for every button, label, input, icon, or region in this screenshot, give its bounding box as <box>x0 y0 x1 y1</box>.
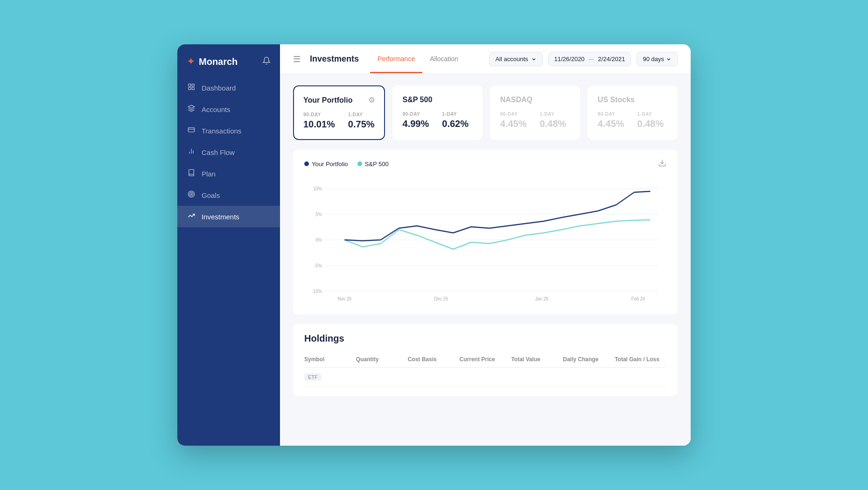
gear-icon[interactable]: ⚙ <box>368 96 375 105</box>
chart-card: Your Portfolio S&P 500 <box>293 149 678 315</box>
card-portfolio-title: Your Portfolio ⚙ <box>303 96 375 105</box>
cashflow-icon <box>187 147 196 157</box>
sidebar: ✦ Monarch Dashboard <box>177 44 280 446</box>
sp500-line <box>344 220 650 249</box>
card-nasdaq-title: NASDAQ <box>500 96 570 104</box>
sidebar-item-cashflow[interactable]: Cash Flow <box>177 141 280 163</box>
sidebar-item-plan[interactable]: Plan <box>177 163 280 184</box>
plan-icon <box>187 169 196 178</box>
svg-text:5%: 5% <box>315 211 322 217</box>
logo-text: Monarch <box>199 56 238 67</box>
col-totalgainloss: Total Gain / Loss <box>615 356 666 363</box>
transactions-label: Transactions <box>202 127 241 135</box>
legend-sp500: S&P 500 <box>357 161 389 168</box>
portfolio-line <box>344 191 650 241</box>
sidebar-item-dashboard[interactable]: Dashboard <box>177 77 280 98</box>
metric-1day-sp500: 1-DAY 0.62% <box>442 112 469 129</box>
card-nasdaq[interactable]: NASDAQ 90-DAY 4.45% 1-DAY 0.48% <box>490 85 580 140</box>
card-usstocks[interactable]: US Stocks 90-DAY 4.45% 1-DAY 0.48% <box>588 85 678 140</box>
sidebar-item-investments[interactable]: Investments <box>177 206 280 227</box>
legend-portfolio: Your Portfolio <box>304 161 348 168</box>
metric-1day-nasdaq: 1-DAY 0.48% <box>539 112 566 129</box>
transactions-icon <box>187 126 196 135</box>
sidebar-item-transactions[interactable]: Transactions <box>177 120 280 141</box>
chart-legend: Your Portfolio S&P 500 <box>304 159 666 169</box>
etf-badge: ETF <box>304 373 322 381</box>
svg-point-11 <box>191 194 192 195</box>
svg-text:-10%: -10% <box>312 288 322 294</box>
bell-icon[interactable] <box>262 56 271 67</box>
card-nasdaq-metrics: 90-DAY 4.45% 1-DAY 0.48% <box>500 112 570 129</box>
metric-90day-usstocks: 90-DAY 4.45% <box>598 112 624 129</box>
accounts-label: Accounts <box>202 105 231 113</box>
holdings-title: Holdings <box>304 333 666 344</box>
col-totalvalue: Total Value <box>511 356 563 363</box>
svg-text:-5%: -5% <box>314 263 322 268</box>
col-costbasis: Cost Basis <box>408 356 460 363</box>
date-range: 11/26/2020 — 2/24/2021 <box>548 52 631 66</box>
col-currentprice: Current Price <box>460 356 511 363</box>
svg-text:0%: 0% <box>315 237 322 243</box>
svg-rect-3 <box>189 87 191 90</box>
card-usstocks-metrics: 90-DAY 4.45% 1-DAY 0.48% <box>598 112 667 129</box>
metric-1day-usstocks: 1-DAY 0.48% <box>637 112 664 129</box>
col-dailychange: Daily Change <box>563 356 615 363</box>
main-area: ☰ Investments Performance Allocation All… <box>280 44 691 446</box>
date-dash: — <box>588 56 595 63</box>
browser-window: ✦ Monarch Dashboard <box>177 44 691 446</box>
cell-symbol: ETF <box>304 373 356 381</box>
page-title: Investments <box>310 54 359 64</box>
svg-text:Nov 26: Nov 26 <box>337 296 351 301</box>
performance-chart: 10% 5% 0% -5% -10% Nov 26 Dec 26 Jan 26 … <box>304 175 666 305</box>
col-quantity: Quantity <box>356 356 408 363</box>
date-start: 11/26/2020 <box>554 56 585 63</box>
investments-icon <box>187 212 196 221</box>
table-header: Symbol Quantity Cost Basis Current Price… <box>304 351 666 368</box>
sidebar-item-goals[interactable]: Goals <box>177 184 280 206</box>
sidebar-header: ✦ Monarch <box>177 44 280 77</box>
accounts-icon <box>187 105 196 114</box>
logo: ✦ Monarch <box>187 56 238 68</box>
logo-icon: ✦ <box>187 56 195 68</box>
svg-rect-0 <box>189 84 191 86</box>
holdings-section: Holdings Symbol Quantity Cost Basis Curr… <box>293 324 678 396</box>
download-icon[interactable] <box>658 159 666 169</box>
svg-text:Feb 24: Feb 24 <box>631 296 645 301</box>
svg-point-10 <box>189 192 193 196</box>
svg-rect-2 <box>192 87 194 90</box>
tab-allocation[interactable]: Allocation <box>422 46 466 73</box>
cell-dailychange <box>563 373 615 381</box>
cell-totalgainloss <box>615 373 666 381</box>
legend-dot-sp500 <box>357 161 362 166</box>
goals-icon <box>187 190 196 200</box>
days-dropdown[interactable]: 90 days <box>637 52 678 66</box>
sidebar-item-accounts[interactable]: Accounts <box>177 98 280 120</box>
svg-rect-1 <box>192 84 194 86</box>
svg-text:Jan 26: Jan 26 <box>535 296 548 301</box>
svg-rect-4 <box>188 127 194 132</box>
cards-row: Your Portfolio ⚙ 90-DAY 10.01% 1-DAY 0.7… <box>293 85 678 140</box>
tab-performance[interactable]: Performance <box>370 46 422 73</box>
card-sp500-metrics: 90-DAY 4.99% 1-DAY 0.62% <box>403 112 472 129</box>
legend-dot-portfolio <box>304 161 309 166</box>
topbar-right: All accounts 11/26/2020 — 2/24/2021 90 d… <box>489 52 678 66</box>
metric-90day-portfolio: 90-DAY 10.01% <box>303 112 335 130</box>
metric-90day-nasdaq: 90-DAY 4.45% <box>500 112 527 129</box>
dashboard-icon <box>187 83 196 92</box>
cell-quantity <box>356 373 408 381</box>
cell-costbasis <box>408 373 460 381</box>
svg-text:10%: 10% <box>313 186 322 191</box>
cell-currentprice <box>460 373 511 381</box>
topbar: ☰ Investments Performance Allocation All… <box>280 44 691 74</box>
card-portfolio[interactable]: Your Portfolio ⚙ 90-DAY 10.01% 1-DAY 0.7… <box>293 85 385 140</box>
table-row: ETF <box>304 368 666 387</box>
dashboard-label: Dashboard <box>202 84 236 92</box>
menu-icon[interactable]: ☰ <box>293 54 301 64</box>
plan-label: Plan <box>202 170 216 178</box>
col-symbol: Symbol <box>304 356 356 363</box>
svg-text:Dec 26: Dec 26 <box>434 296 448 301</box>
accounts-dropdown[interactable]: All accounts <box>489 52 542 66</box>
sidebar-nav: Dashboard Accounts <box>177 77 280 227</box>
date-end: 2/24/2021 <box>598 56 625 63</box>
card-sp500[interactable]: S&P 500 90-DAY 4.99% 1-DAY 0.62% <box>392 85 483 140</box>
